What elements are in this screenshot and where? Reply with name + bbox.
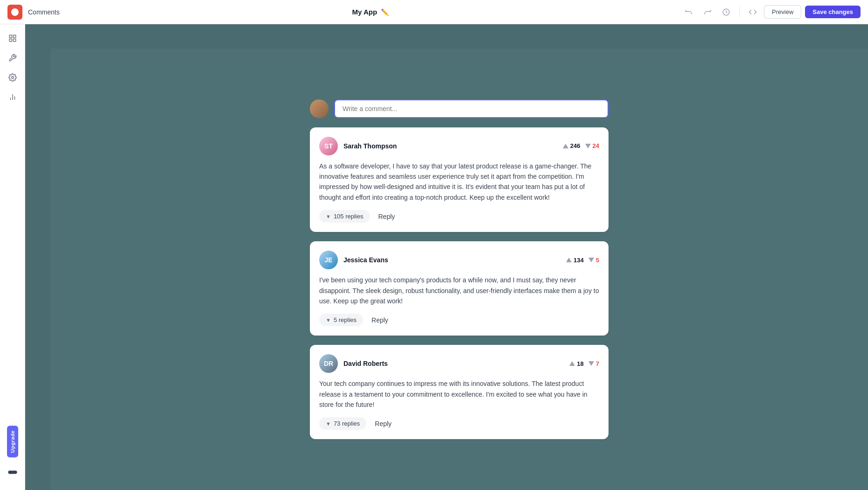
comment-author-3: David Roberts xyxy=(343,360,564,367)
replies-button-1[interactable]: ▼ 105 replies xyxy=(319,210,370,223)
comment-header-3: DR David Roberts 18 7 xyxy=(319,354,599,373)
history-icon[interactable] xyxy=(719,5,734,20)
preview-button[interactable]: Preview xyxy=(764,5,801,19)
chevron-icon-1: ▼ xyxy=(326,214,331,219)
comment-header-1: ST Sarah Thompson 246 24 xyxy=(319,137,599,155)
chevron-icon-3: ▼ xyxy=(326,421,331,427)
replies-label-1: 105 replies xyxy=(334,213,364,220)
svg-rect-5 xyxy=(13,39,15,42)
reply-button-3[interactable]: Reply xyxy=(371,418,395,429)
comment-input[interactable] xyxy=(334,99,609,118)
downvote-icon-3[interactable] xyxy=(588,361,594,366)
comment-body-3: Your tech company continues to impress m… xyxy=(319,378,599,410)
comment-avatar-2: JE xyxy=(319,251,338,269)
upvote-icon-3[interactable] xyxy=(569,361,575,366)
downvote-icon-1[interactable] xyxy=(585,144,591,148)
sidebar-item-analytics[interactable] xyxy=(4,89,21,105)
comment-author-2: Jessica Evans xyxy=(343,256,560,264)
downvote-count-3: 7 xyxy=(596,360,599,367)
main-content: ST Sarah Thompson 246 24 As a software xyxy=(50,49,868,490)
comment-avatar-1: ST xyxy=(319,137,338,155)
comment-card-2: JE Jessica Evans 134 5 I've been using xyxy=(310,241,609,336)
topbar: Comments My App ✏️ xyxy=(0,0,868,24)
topbar-right: Preview Save changes xyxy=(681,5,861,20)
comment-header-2: JE Jessica Evans 134 5 xyxy=(319,251,599,269)
topbar-divider xyxy=(739,7,740,18)
comment-meta-3: David Roberts xyxy=(343,360,564,367)
reply-button-1[interactable]: Reply xyxy=(375,211,399,222)
svg-point-6 xyxy=(11,77,14,79)
replies-label-3: 73 replies xyxy=(334,420,360,427)
upgrade-button[interactable]: Upgrade xyxy=(7,426,18,457)
comment-body-2: I've been using your tech company's prod… xyxy=(319,275,599,306)
upvote-group-1: 246 xyxy=(563,142,581,149)
upvote-count-1: 246 xyxy=(570,142,581,149)
sidebar: Upgrade xyxy=(0,24,25,490)
comment-meta-2: Jessica Evans xyxy=(343,256,560,264)
svg-rect-12 xyxy=(10,471,15,474)
upvote-count-3: 18 xyxy=(577,360,583,367)
downvote-group-2: 5 xyxy=(588,257,599,264)
current-user-avatar xyxy=(310,99,329,118)
upvote-group-3: 18 xyxy=(569,360,583,367)
reply-button-2[interactable]: Reply xyxy=(368,315,392,326)
comment-card-1: ST Sarah Thompson 246 24 As a software xyxy=(310,127,609,232)
topbar-page-title: Comments xyxy=(28,8,60,16)
comment-body-1: As a software developer, I have to say t… xyxy=(319,161,599,203)
upvote-icon-2[interactable] xyxy=(566,258,572,262)
sidebar-item-dashboard[interactable] xyxy=(4,30,21,47)
chevron-icon-2: ▼ xyxy=(326,317,331,323)
downvote-count-1: 24 xyxy=(593,142,599,149)
downvote-count-2: 5 xyxy=(596,257,599,264)
downvote-group-3: 7 xyxy=(588,360,599,367)
comment-meta-1: Sarah Thompson xyxy=(343,142,557,150)
redo-icon[interactable] xyxy=(700,5,715,20)
sidebar-item-settings[interactable] xyxy=(4,69,21,86)
replies-button-2[interactable]: ▼ 5 replies xyxy=(319,314,363,326)
replies-label-2: 5 replies xyxy=(334,316,357,323)
code-icon[interactable] xyxy=(745,5,760,20)
topbar-center: My App ✏️ xyxy=(65,8,676,16)
comments-container: ST Sarah Thompson 246 24 As a software xyxy=(310,99,609,440)
comment-card-3: DR David Roberts 18 7 Your tech compan xyxy=(310,345,609,439)
comment-author-1: Sarah Thompson xyxy=(343,142,557,150)
new-comment-row xyxy=(310,99,609,118)
comment-avatar-3: DR xyxy=(319,354,338,373)
replies-button-3[interactable]: ▼ 73 replies xyxy=(319,417,366,430)
undo-icon[interactable] xyxy=(681,5,696,20)
edit-app-name-icon[interactable]: ✏️ xyxy=(381,8,389,16)
comment-votes-2: 134 5 xyxy=(566,257,599,264)
downvote-icon-2[interactable] xyxy=(588,258,594,262)
svg-rect-3 xyxy=(13,35,15,37)
upvote-icon-1[interactable] xyxy=(563,144,568,148)
downvote-group-1: 24 xyxy=(585,142,599,149)
comment-actions-1: ▼ 105 replies Reply xyxy=(319,210,599,223)
comment-votes-3: 18 7 xyxy=(569,360,599,367)
save-button[interactable]: Save changes xyxy=(805,6,861,18)
upvote-count-2: 134 xyxy=(574,257,584,264)
topbar-app-name: My App xyxy=(352,8,378,16)
svg-rect-2 xyxy=(9,35,12,37)
comment-actions-2: ▼ 5 replies Reply xyxy=(319,314,599,326)
upvote-group-2: 134 xyxy=(566,257,584,264)
sidebar-item-tools[interactable] xyxy=(4,49,21,66)
topbar-logo xyxy=(7,5,22,20)
svg-point-0 xyxy=(11,8,19,16)
comment-votes-1: 246 24 xyxy=(563,142,599,149)
svg-rect-4 xyxy=(9,39,12,42)
sidebar-bottom-icon[interactable] xyxy=(4,464,21,481)
comment-actions-3: ▼ 73 replies Reply xyxy=(319,417,599,430)
